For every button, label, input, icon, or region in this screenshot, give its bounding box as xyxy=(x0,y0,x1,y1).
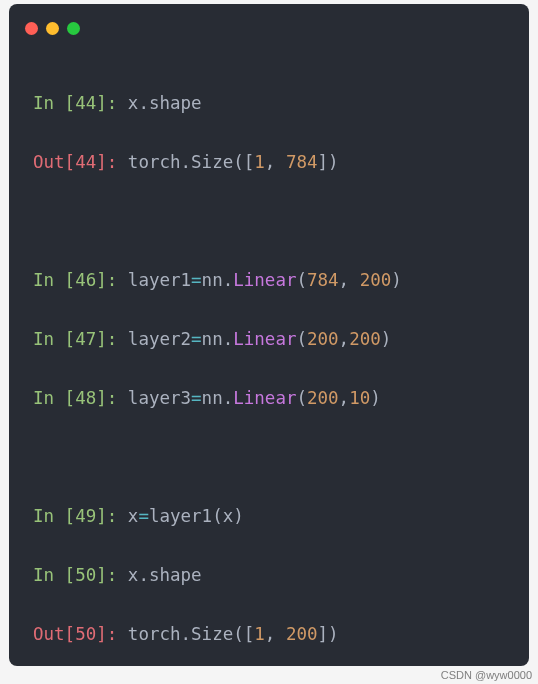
prompt-number: 49 xyxy=(75,506,96,526)
code-token: 1 xyxy=(254,152,265,172)
prompt-bracket: ]: xyxy=(96,329,128,349)
prompt-bracket: ]: xyxy=(96,565,128,585)
code-token: layer3 xyxy=(128,388,191,408)
code-token: Size xyxy=(191,624,233,644)
code-token: Linear xyxy=(233,388,296,408)
prompt-number: 48 xyxy=(75,388,96,408)
prompt-number: 50 xyxy=(75,624,96,644)
prompt-in: In xyxy=(33,270,65,290)
code-token: nn xyxy=(202,329,223,349)
code-token: layer2 xyxy=(128,329,191,349)
code-token: . xyxy=(181,152,192,172)
prompt-in: In xyxy=(33,329,65,349)
blank-line xyxy=(33,443,505,473)
prompt-in: In xyxy=(33,565,65,585)
prompt-bracket: [ xyxy=(65,270,76,290)
code-line: In [50]: x.shape xyxy=(33,561,505,591)
code-token: ( xyxy=(296,270,307,290)
code-token: Linear xyxy=(233,270,296,290)
code-token: nn xyxy=(202,388,223,408)
terminal-window: In [44]: x.shape Out[44]: torch.Size([1,… xyxy=(9,4,529,666)
code-token: , xyxy=(265,624,286,644)
prompt-bracket: [ xyxy=(65,565,76,585)
prompt-bracket: ]: xyxy=(96,388,128,408)
prompt-bracket: [ xyxy=(65,329,76,349)
code-token: ([ xyxy=(233,152,254,172)
close-icon[interactable] xyxy=(25,22,38,35)
code-area: In [44]: x.shape Out[44]: torch.Size([1,… xyxy=(9,59,529,666)
code-token: , xyxy=(265,152,286,172)
prompt-bracket: [ xyxy=(65,388,76,408)
code-token: = xyxy=(191,329,202,349)
code-token: x xyxy=(128,565,139,585)
prompt-bracket: [ xyxy=(65,506,76,526)
code-token: , xyxy=(339,329,350,349)
code-token: . xyxy=(223,329,234,349)
code-token: x xyxy=(128,93,139,113)
code-token: ( xyxy=(296,329,307,349)
code-token: 200 xyxy=(307,388,339,408)
code-token: , xyxy=(339,388,350,408)
prompt-bracket: ]: xyxy=(96,506,128,526)
prompt-out: Out xyxy=(33,624,65,644)
code-token: = xyxy=(138,506,149,526)
code-token: ) xyxy=(381,329,392,349)
maximize-icon[interactable] xyxy=(67,22,80,35)
code-line: In [44]: x.shape xyxy=(33,89,505,119)
prompt-number: 46 xyxy=(75,270,96,290)
prompt-in: In xyxy=(33,506,65,526)
code-token: 200 xyxy=(349,329,381,349)
prompt-bracket: ]: xyxy=(96,93,128,113)
prompt-in: In xyxy=(33,388,65,408)
prompt-number: 50 xyxy=(75,565,96,585)
blank-line xyxy=(33,207,505,237)
code-token: = xyxy=(191,270,202,290)
code-token: (x) xyxy=(212,506,244,526)
code-token: = xyxy=(191,388,202,408)
prompt-number: 44 xyxy=(75,152,96,172)
window-controls xyxy=(9,22,529,35)
code-token: 10 xyxy=(349,388,370,408)
code-token: .shape xyxy=(138,93,201,113)
code-token: . xyxy=(223,270,234,290)
code-line: Out[50]: torch.Size([1, 200]) xyxy=(33,620,505,650)
code-token: ) xyxy=(391,270,402,290)
prompt-number: 47 xyxy=(75,329,96,349)
prompt-bracket: ]: xyxy=(96,624,128,644)
code-token: , xyxy=(339,270,360,290)
code-token: Size xyxy=(191,152,233,172)
code-token: 200 xyxy=(360,270,392,290)
prompt-out: Out xyxy=(33,152,65,172)
code-token: ( xyxy=(296,388,307,408)
code-token: ]) xyxy=(318,624,339,644)
code-line: In [49]: x=layer1(x) xyxy=(33,502,505,532)
code-token: 784 xyxy=(307,270,339,290)
code-token: x xyxy=(128,506,139,526)
code-token: ) xyxy=(370,388,381,408)
prompt-bracket: [ xyxy=(65,93,76,113)
code-token: Linear xyxy=(233,329,296,349)
code-token: 1 xyxy=(254,624,265,644)
code-line: In [47]: layer2=nn.Linear(200,200) xyxy=(33,325,505,355)
code-token: ([ xyxy=(233,624,254,644)
code-line: In [48]: layer3=nn.Linear(200,10) xyxy=(33,384,505,414)
code-token: 200 xyxy=(307,329,339,349)
code-token: 200 xyxy=(286,624,318,644)
minimize-icon[interactable] xyxy=(46,22,59,35)
code-token: layer1 xyxy=(128,270,191,290)
watermark: CSDN @wyw0000 xyxy=(441,669,532,681)
code-line: In [46]: layer1=nn.Linear(784, 200) xyxy=(33,266,505,296)
code-token: layer1 xyxy=(149,506,212,526)
code-token: torch xyxy=(128,152,181,172)
prompt-number: 44 xyxy=(75,93,96,113)
code-token: .shape xyxy=(138,565,201,585)
prompt-bracket: [ xyxy=(65,152,76,172)
code-token: torch xyxy=(128,624,181,644)
code-token: ]) xyxy=(318,152,339,172)
prompt-bracket: ]: xyxy=(96,152,128,172)
code-token: . xyxy=(223,388,234,408)
prompt-bracket: [ xyxy=(65,624,76,644)
code-line: Out[44]: torch.Size([1, 784]) xyxy=(33,148,505,178)
code-token: . xyxy=(181,624,192,644)
code-token: nn xyxy=(202,270,223,290)
